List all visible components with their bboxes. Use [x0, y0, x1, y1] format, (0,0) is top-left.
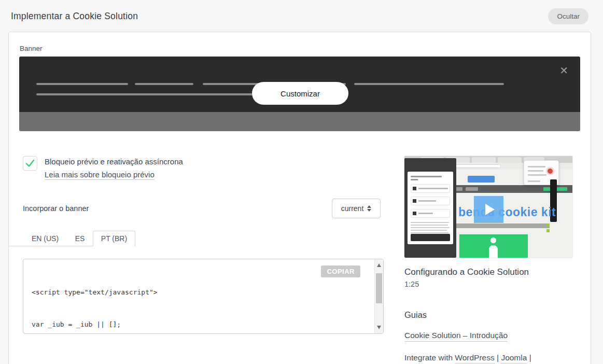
- active-nav-button: [468, 176, 495, 183]
- version-select[interactable]: current: [332, 199, 381, 218]
- video-title: Configurando a Cookie Solution: [404, 267, 572, 277]
- tab-pt-br[interactable]: PT (BR): [93, 231, 135, 246]
- prior-blocking-label: Bloqueio prévio e reativação assíncrona: [45, 157, 183, 166]
- customize-button[interactable]: Customizar: [252, 82, 348, 105]
- banner-placeholder-line: [36, 83, 128, 85]
- record-icon: [546, 167, 554, 175]
- guide-link-joomla[interactable]: Joomla: [501, 353, 527, 363]
- tab-en-us[interactable]: EN (US): [23, 231, 67, 246]
- version-select-value: current: [341, 204, 364, 213]
- close-icon[interactable]: ✕: [559, 65, 568, 76]
- video-thumbnail[interactable]: benda cookie kit: [404, 156, 572, 258]
- banner-placeholder-line: [354, 83, 504, 85]
- scrollbar-thumb[interactable]: [376, 273, 382, 303]
- prior-blocking-checkbox[interactable]: [23, 156, 37, 171]
- embed-row: Incorporar o banner current: [19, 199, 381, 218]
- guide-integrate-line: Integrate with WordPress | Joomla | Pres…: [404, 350, 572, 364]
- banner-preview-footer: [19, 112, 580, 131]
- prior-blocking-row: Bloqueio prévio e reativação assíncrona …: [19, 156, 381, 180]
- tab-es[interactable]: ES: [67, 231, 93, 246]
- integrate-prefix: Integrate with: [404, 353, 455, 362]
- video-overlay-heading: benda cookie kit: [458, 205, 556, 219]
- scroll-down-icon[interactable]: [377, 326, 381, 329]
- guide-link-wordpress[interactable]: WordPress: [455, 353, 494, 363]
- embed-code-box[interactable]: <script type="text/javascript"> var _iub…: [23, 259, 384, 334]
- code-line: <script type="text/javascript">: [32, 287, 373, 298]
- select-caret-icon: [367, 205, 371, 212]
- prior-blocking-texts: Bloqueio prévio e reativação assíncrona …: [45, 156, 183, 180]
- banner-placeholder-line: [36, 93, 253, 95]
- code-scrollbar[interactable]: [374, 259, 383, 333]
- guide-link-intro[interactable]: Cookie Solution – Introdução: [404, 331, 508, 342]
- cookie-widget-preview: [404, 158, 456, 258]
- banner-preview: Customizar ✕: [19, 57, 580, 131]
- iubenda-green-panel: [459, 234, 528, 258]
- play-icon: [485, 204, 495, 215]
- main-row: Bloqueio prévio e reativação assíncrona …: [19, 156, 580, 364]
- scroll-up-icon[interactable]: [377, 263, 381, 267]
- hide-button[interactable]: Ocultar: [548, 8, 588, 24]
- copy-button[interactable]: COPIAR: [321, 265, 360, 277]
- right-column: benda cookie kit Configurando a Cookie S…: [404, 156, 572, 364]
- implementation-card: Banner Customizar ✕: [8, 32, 591, 364]
- code-line: var _iub = _iub || [];: [32, 319, 373, 330]
- language-tabs: EN (US) ES PT (BR): [19, 231, 381, 246]
- iubenda-logo-icon: [490, 237, 496, 243]
- banner-placeholder-line: [135, 83, 193, 85]
- tabs-underline: [9, 246, 93, 246]
- play-button[interactable]: [474, 196, 503, 223]
- embed-label: Incorporar o banner: [23, 204, 89, 213]
- guides-heading: Guias: [404, 310, 572, 320]
- video-duration: 1:25: [404, 280, 572, 288]
- banner-section-label: Banner: [20, 45, 580, 52]
- left-column: Bloqueio prévio e reativação assíncrona …: [19, 156, 381, 364]
- page: Implementar a Cookie Solution Ocultar Ba…: [0, 0, 603, 364]
- top-bar: Implementar a Cookie Solution Ocultar: [0, 0, 603, 24]
- page-title: Implementar a Cookie Solution: [11, 11, 138, 22]
- prior-blocking-link[interactable]: Leia mais sobre bloqueio prévio: [45, 170, 155, 180]
- checkmark-icon: [25, 159, 35, 167]
